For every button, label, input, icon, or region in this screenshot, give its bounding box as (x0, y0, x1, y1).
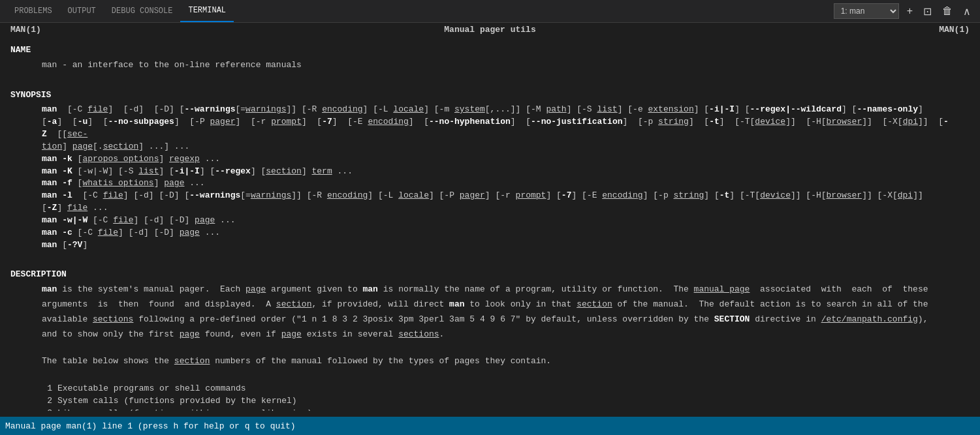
synopsis-line-3: tion] page[.section] ...] ... (42, 141, 970, 153)
tab-terminal-label: TERMINAL (188, 6, 226, 15)
name-heading: NAME (10, 44, 970, 57)
synopsis-line-2: [-a] [-u] [--no-subpages] [-P pager] [-r… (42, 116, 970, 141)
tab-debug-console[interactable]: DEBUG CONSOLE (104, 0, 181, 22)
status-bar: Manual page man(1) line 1 (press h for h… (0, 417, 980, 435)
kill-terminal-button[interactable]: 🗑 (940, 4, 955, 18)
description-para-1: man is the system's manual pager. Each p… (10, 284, 970, 296)
terminal-body[interactable]: NAME man - an interface to the on-line r… (0, 37, 980, 411)
new-terminal-button[interactable]: + (904, 4, 915, 18)
status-bar-text: Manual page man(1) line 1 (press h for h… (5, 421, 296, 431)
terminal-selector[interactable]: 1: man (834, 3, 899, 19)
description-para-3: available sections following a pre-defin… (10, 314, 970, 326)
synopsis-line-10: man -c [-C file] [-d] [-D] page ... (42, 227, 970, 239)
man-header-right: MAN(1) (939, 25, 970, 35)
synopsis-line-1: man [-C file] [-d] [-D] [--warnings[=war… (42, 104, 970, 116)
synopsis-line-8: [-Z] file ... (42, 202, 970, 215)
list-item-1: 1 Executable programs or shell commands (10, 383, 970, 395)
tab-output[interactable]: OUTPUT (60, 0, 104, 22)
tab-problems-label: PROBLEMS (14, 7, 52, 16)
description-para-4: and to show only the first page found, e… (10, 329, 970, 341)
man-header-center: Manual pager utils (444, 25, 535, 35)
name-content: man - an interface to the on-line refere… (10, 59, 970, 72)
description-heading: DESCRIPTION (10, 269, 970, 281)
description-para-2: arguments is then found and displayed. A… (10, 299, 970, 311)
tab-terminal[interactable]: TERMINAL (180, 0, 234, 22)
list-item-2: 2 System calls (functions provided by th… (10, 395, 970, 408)
description-body: man is the system's manual pager. Each p… (10, 284, 970, 411)
synopsis-line-7: man -l [-C file] [-d] [-D] [--warnings[=… (42, 190, 970, 202)
tab-bar: PROBLEMS OUTPUT DEBUG CONSOLE TERMINAL 1… (0, 0, 980, 23)
synopsis-line-9: man -w|-W [-C file] [-d] [-D] page ... (42, 215, 970, 227)
tab-controls: 1: man + ⊡ 🗑 ∧ (834, 3, 973, 19)
synopsis-line-4: man -k [apropos options] regexp ... (42, 153, 970, 166)
tab-output-label: OUTPUT (68, 7, 96, 16)
synopsis-line-5: man -K [-w|-W] [-S list] [-i|-I] [--rege… (42, 166, 970, 178)
synopsis-line-11: man [-?V] (42, 239, 970, 252)
synopsis-line-6: man -f [whatis options] page ... (42, 177, 970, 190)
man-header-left: MAN(1) (10, 25, 41, 35)
synopsis-body: man [-C file] [-d] [-D] [--warnings[=war… (10, 104, 970, 251)
tab-debug-console-label: DEBUG CONSOLE (112, 7, 173, 16)
man-page-header: MAN(1) Manual pager utils MAN(1) (0, 23, 980, 37)
split-terminal-button[interactable]: ⊡ (921, 4, 934, 19)
list-item-3: 3 Library calls (functions within progra… (10, 408, 970, 411)
synopsis-heading: SYNOPSIS (10, 89, 970, 102)
description-para-5: The table below shows the section number… (10, 355, 970, 368)
maximize-panel-button[interactable]: ∧ (960, 4, 973, 19)
tab-problems[interactable]: PROBLEMS (7, 0, 60, 22)
